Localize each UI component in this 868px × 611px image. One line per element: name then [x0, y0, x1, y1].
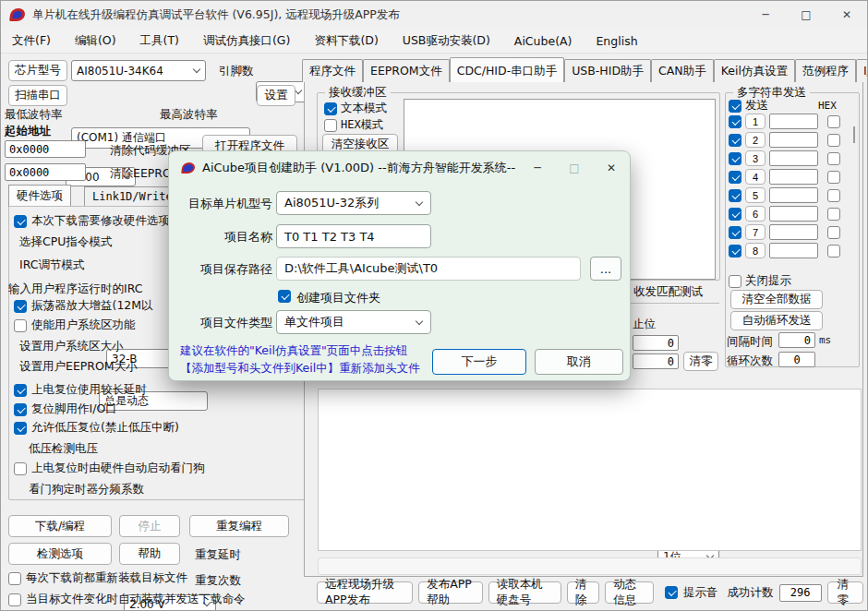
send-data-input[interactable] — [769, 243, 818, 258]
cancel-button[interactable]: 取消 — [535, 349, 623, 375]
text-mode-checkbox[interactable] — [324, 102, 337, 115]
code-start-address-input[interactable] — [5, 140, 86, 158]
send-hex-checkbox[interactable] — [827, 152, 840, 165]
scan-port-button[interactable]: 扫描串口 — [8, 85, 67, 106]
osc-gain-checkbox[interactable] — [14, 300, 27, 313]
user-sys-checkbox[interactable] — [14, 319, 27, 332]
menu-file[interactable]: 文件(F) — [12, 33, 51, 49]
send-slot-button[interactable]: 2 — [745, 132, 766, 148]
output-textarea[interactable] — [318, 389, 862, 551]
send-enable-checkbox[interactable] — [729, 134, 741, 147]
send-slot-button[interactable]: 5 — [745, 187, 766, 203]
menu-usb-driver[interactable]: USB驱动安装(D) — [403, 33, 490, 49]
project-path-input[interactable]: D:\软件工具\AIcube测试\T0 — [276, 257, 581, 281]
chip-type-button[interactable]: 芯片型号 — [8, 60, 67, 81]
send-slot-button[interactable]: 7 — [745, 224, 766, 240]
counter1-input[interactable] — [633, 335, 679, 351]
send-hex-checkbox[interactable] — [827, 134, 840, 147]
dynamic-info-button[interactable]: 动态信息 — [605, 581, 654, 604]
send-data-input[interactable] — [769, 224, 818, 240]
send-slot-button[interactable]: 4 — [745, 169, 766, 185]
send-enable-checkbox[interactable] — [729, 226, 741, 239]
chip-type-select[interactable]: AI8051U-34K64 — [71, 60, 206, 81]
send-slot-button[interactable]: 3 — [745, 150, 766, 166]
dialog-close-button[interactable]: ✕ — [593, 154, 630, 182]
send-enable-checkbox[interactable] — [729, 115, 741, 128]
send-data-input[interactable] — [769, 169, 818, 185]
menu-english[interactable]: English — [596, 34, 637, 48]
success-count-input[interactable] — [779, 584, 822, 602]
send-enable-checkbox[interactable] — [729, 152, 741, 165]
send-data-input[interactable] — [769, 206, 818, 222]
dialog-minimize-button[interactable]: ─ — [519, 154, 556, 182]
send-data-input[interactable] — [769, 150, 818, 166]
tab-examples[interactable]: 范例程序 — [795, 59, 856, 82]
send-enable-checkbox[interactable] — [729, 189, 741, 202]
send-all-checkbox[interactable] — [729, 100, 741, 113]
beep-checkbox[interactable] — [665, 586, 678, 599]
port-settings-button[interactable]: 设置 — [257, 85, 295, 106]
status-input[interactable] — [318, 557, 862, 575]
menu-debug-interface[interactable]: 调试仿真接口(G) — [203, 33, 290, 49]
tab-eeprom-file[interactable]: EEPROM文件 — [363, 59, 450, 82]
tab-hardware-options[interactable]: 硬件选项 — [8, 185, 71, 207]
scrollbar-thumb[interactable] — [853, 126, 855, 143]
read-disk-button[interactable]: 读取本机硬盘号 — [488, 581, 561, 604]
send-enable-checkbox[interactable] — [729, 208, 741, 221]
check-options-button[interactable]: 检测选项 — [8, 543, 112, 565]
menu-downloads[interactable]: 资料下载(D) — [314, 33, 378, 49]
loop-count-input[interactable] — [778, 352, 815, 367]
wdt-checkbox[interactable] — [14, 462, 27, 475]
clear-button[interactable]: 清除 — [567, 581, 599, 604]
send-enable-checkbox[interactable] — [729, 171, 741, 184]
send-hex-checkbox[interactable] — [827, 245, 840, 258]
help-button[interactable]: 帮助 — [119, 543, 180, 565]
minimize-button[interactable]: ─ — [745, 1, 786, 29]
mcu-type-select[interactable]: Ai8051U-32系列 — [276, 191, 431, 215]
send-slot-button[interactable]: 1 — [745, 114, 766, 129]
next-button[interactable]: 下一步 — [432, 349, 526, 375]
create-folder-checkbox[interactable] — [278, 290, 291, 303]
counter-clear-button[interactable]: 清零 — [683, 352, 718, 371]
tab-keil-sim[interactable]: Keil仿真设置 — [714, 59, 795, 82]
menu-tools[interactable]: 工具(T) — [140, 33, 179, 49]
send-data-input[interactable] — [769, 114, 818, 129]
close-button[interactable]: ✕ — [826, 1, 867, 29]
download-program-button[interactable]: 下载/编程 — [8, 515, 112, 537]
menu-program[interactable]: 编辑(O) — [75, 33, 116, 49]
reset-io-checkbox[interactable] — [14, 403, 27, 416]
eeprom-start-address-input[interactable] — [5, 163, 86, 181]
send-slot-button[interactable]: 8 — [745, 243, 766, 258]
publish-app-button[interactable]: 远程现场升级APP发布 — [317, 581, 413, 604]
send-hex-checkbox[interactable] — [827, 208, 840, 221]
project-name-input[interactable]: T0 T1 T2 T3 T4 — [276, 224, 431, 248]
tab-usb-hid[interactable]: USB-HID助手 — [564, 59, 651, 82]
hex-mode-checkbox[interactable] — [324, 119, 337, 132]
long-delay-checkbox[interactable] — [14, 384, 27, 397]
send-hex-checkbox[interactable] — [827, 226, 840, 239]
tab-can[interactable]: CAN助手 — [651, 59, 714, 82]
clear-all-data-button[interactable]: 清空全部数据 — [730, 290, 823, 309]
project-type-select[interactable]: 单文件项目 — [276, 310, 431, 334]
auto-loop-send-button[interactable]: 自动循环发送 — [730, 311, 823, 330]
browse-button[interactable]: ... — [590, 257, 621, 281]
stop-button[interactable]: 停止 — [119, 515, 180, 537]
dialog-maximize-button[interactable]: □ — [556, 154, 593, 182]
repeat-program-button[interactable]: 重复编程 — [189, 515, 289, 537]
menu-aicube[interactable]: AiCube(A) — [514, 34, 573, 48]
send-hex-checkbox[interactable] — [827, 171, 840, 184]
tab-program-file[interactable]: 程序文件 — [302, 59, 363, 82]
send-hex-checkbox[interactable] — [827, 189, 840, 202]
reload-checkbox[interactable] — [8, 572, 21, 585]
send-slot-button[interactable]: 6 — [745, 206, 766, 222]
maximize-button[interactable]: □ — [786, 1, 826, 29]
counter2-input[interactable] — [633, 353, 679, 369]
send-data-input[interactable] — [769, 187, 818, 203]
lvr-checkbox[interactable] — [14, 422, 27, 435]
send-data-input[interactable] — [769, 132, 818, 148]
modify-hw-checkbox[interactable] — [14, 215, 27, 228]
interval-input[interactable] — [778, 332, 815, 348]
send-enable-checkbox[interactable] — [729, 245, 741, 258]
send-hex-checkbox[interactable] — [827, 115, 840, 128]
app-help-button[interactable]: 发布APP帮助 — [418, 581, 482, 604]
